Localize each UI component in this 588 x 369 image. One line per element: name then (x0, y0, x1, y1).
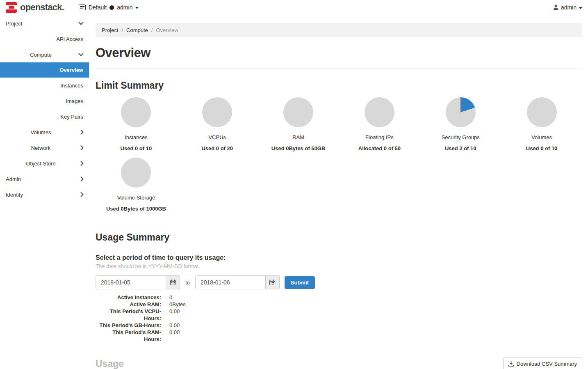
sidebar-item-images[interactable]: Images (0, 93, 89, 109)
period-prompt: Select a period of time to query its usa… (96, 254, 582, 261)
usage-title: Usage (96, 358, 124, 369)
domain-label: Default (89, 4, 107, 11)
download-csv-label: Download CSV Summary (517, 361, 577, 367)
caret-down-icon (579, 7, 582, 9)
limit-item-volume-storage: Volume Storage Used 0Bytes of 1000GB (96, 151, 177, 212)
limit-label: Floating IPs (365, 134, 394, 140)
stat-vcpu-hours: This Period's VCPU-Hours: 0.00 (96, 308, 582, 322)
topbar: openstack. Default admin admin (0, 0, 588, 15)
limit-label: Security Groups (442, 134, 480, 140)
sidebar-item-overview[interactable]: Overview (0, 62, 89, 78)
sidebar-item-label: Compute (30, 52, 52, 58)
limit-summary-title: Limit Summary (96, 80, 582, 91)
user-menu[interactable]: admin (553, 4, 582, 11)
sidebar-item-label: Project (6, 21, 22, 27)
openstack-logo[interactable]: openstack. (6, 2, 64, 13)
breadcrumb-project[interactable]: Project (102, 27, 118, 33)
limit-item-floating-ips: Floating IPs Allocated 0 of 50 (339, 91, 420, 151)
floating-ips-pie-chart (365, 97, 394, 127)
date-start-calendar-button[interactable] (166, 275, 180, 289)
domain-icon (79, 5, 86, 10)
sidebar-item-label: Object Store (26, 160, 55, 167)
date-end-input[interactable] (195, 275, 266, 289)
sidebar-item-identity[interactable]: Identity (0, 187, 89, 202)
sidebar-item-api-access[interactable]: API Access (0, 31, 89, 47)
limit-label: Instances (125, 134, 148, 140)
download-icon (508, 361, 514, 367)
limit-item-volumes: Volumes Used 0 of 10 (501, 91, 582, 151)
stat-value: 0Bytes (169, 301, 186, 308)
submit-button[interactable]: Submit (285, 276, 315, 289)
chevron-right-icon (80, 176, 84, 182)
date-start-input[interactable] (96, 275, 166, 289)
limit-label: Volume Storage (117, 195, 155, 201)
chevron-right-icon (80, 192, 84, 197)
breadcrumb-overview: Overview (156, 27, 178, 33)
domain-project-switcher[interactable]: Default admin (79, 4, 139, 11)
period-hint: The date should be in YYYY-MM-DD format. (96, 263, 582, 269)
chevron-right-icon (80, 161, 84, 166)
chevron-down-icon (78, 53, 84, 56)
calendar-icon (269, 280, 275, 285)
limit-caption: Used 0Bytes of 50GB (271, 145, 326, 151)
dot-separator-icon (109, 5, 114, 10)
sidebar-item-label: Admin (6, 176, 21, 182)
limit-item-vcpus: VCPUs Used 0 of 20 (177, 91, 258, 151)
limit-summary-grid: Instances Used 0 of 10 VCPUs Used 0 of 2… (96, 91, 582, 212)
limit-item-security-groups: Security Groups Used 2 of 10 (420, 91, 501, 151)
sidebar-item-label: Identity (6, 192, 23, 198)
stat-value: 0.00 (169, 322, 180, 329)
sidebar-item-volumes[interactable]: Volumes (0, 124, 89, 140)
calendar-icon (170, 280, 176, 285)
sidebar-item-network[interactable]: Network (0, 140, 89, 156)
date-end-group (195, 275, 280, 289)
stat-label: This Period's RAM-Hours: (96, 329, 161, 343)
stat-active-ram: Active RAM: 0Bytes (96, 301, 582, 308)
period-form: to Submit (96, 275, 582, 289)
sidebar-item-label: Overview (59, 67, 83, 73)
sidebar-item-compute[interactable]: Compute (0, 47, 89, 62)
chevron-right-icon (80, 130, 84, 135)
stat-gb-hours: This Period's GB-Hours: 0.00 (96, 322, 582, 329)
limit-label: VCPUs (208, 134, 226, 140)
date-end-calendar-button[interactable] (266, 275, 280, 289)
limit-label: Volumes (531, 134, 552, 140)
limit-caption: Used 0 of 20 (201, 145, 233, 151)
stat-label: Active Instances: (96, 294, 161, 301)
limit-caption: Used 0 of 10 (121, 145, 152, 151)
breadcrumb-compute[interactable]: Compute (126, 27, 148, 33)
sidebar-item-label: Key Pairs (60, 114, 83, 120)
breadcrumb-separator: / (121, 27, 123, 33)
to-label: to (185, 280, 190, 286)
chevron-down-icon (78, 22, 84, 25)
sidebar-item-object-store[interactable]: Object Store (0, 156, 89, 171)
limit-label: RAM (292, 134, 304, 140)
sidebar-item-label: Instances (60, 83, 83, 89)
sidebar-item-label: Images (66, 98, 83, 104)
limit-caption: Allocated 0 of 50 (358, 145, 401, 151)
user-icon (553, 5, 558, 10)
sidebar-item-project[interactable]: Project (0, 16, 89, 31)
stat-label: This Period's VCPU-Hours: (96, 308, 161, 322)
download-csv-button[interactable]: Download CSV Summary (503, 358, 582, 369)
limit-item-ram: RAM Used 0Bytes of 50GB (258, 91, 339, 151)
sidebar-item-label: Network (31, 145, 51, 151)
sidebar-item-key-pairs[interactable]: Key Pairs (0, 109, 89, 124)
page-title: Overview (96, 46, 582, 60)
breadcrumb-separator: / (151, 27, 153, 33)
sidebar-item-admin[interactable]: Admin (0, 171, 89, 187)
sidebar: Project API Access Compute Overview Inst… (0, 15, 89, 369)
limit-caption: Used 2 of 10 (445, 145, 476, 151)
openstack-logo-icon (6, 2, 17, 13)
volume-storage-pie-chart (121, 158, 151, 188)
date-start-group (96, 275, 180, 289)
sidebar-item-instances[interactable]: Instances (0, 78, 89, 93)
stat-value: 0 (169, 294, 172, 301)
stat-ram-hours: This Period's RAM-Hours: 0.00 (96, 329, 582, 343)
vcpus-pie-chart (202, 97, 232, 127)
usage-summary-title: Usage Summary (96, 232, 582, 243)
stat-label: This Period's GB-Hours: (96, 322, 161, 329)
title-divider (96, 69, 582, 69)
sidebar-item-label: Volumes (31, 129, 51, 135)
instances-pie-chart (121, 97, 151, 127)
